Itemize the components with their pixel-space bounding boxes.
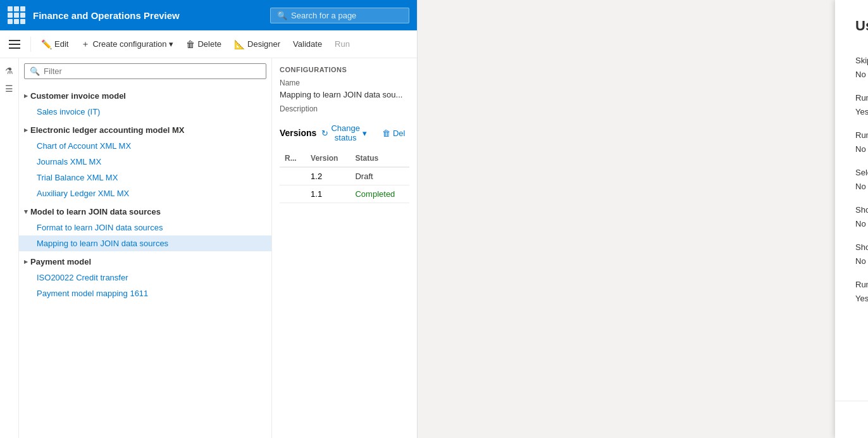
validate-button[interactable]: Validate: [288, 37, 327, 51]
user-parameters-dialog: User parameters Skip validation at confi…: [835, 0, 868, 438]
tree-panel: 🔍 ▸ Customer invoice model Sales invoice…: [19, 58, 272, 438]
table-row[interactable]: 1.1 Completed: [280, 185, 409, 203]
sidebar-filter-icon[interactable]: ⚗: [2, 63, 17, 78]
tree-child-sales-invoice-it[interactable]: Sales invoice (IT): [19, 104, 271, 120]
tree-child-mapping-join[interactable]: Mapping to learn JOIN data sources: [19, 235, 271, 251]
param-model-mapping: Run model mapping instead of format No: [855, 124, 868, 161]
chevron-icon: ▸: [24, 92, 28, 100]
tree-parent-payment-model[interactable]: ▸ Payment model: [19, 254, 271, 270]
chevron-icon: ▸: [24, 258, 28, 266]
plus-icon: ＋: [81, 39, 90, 50]
chevron-icon: ▾: [24, 208, 28, 216]
run-button[interactable]: Run: [330, 37, 355, 51]
chevron-down-icon: ▾: [363, 128, 367, 138]
dialog-footer: OK Cancel: [835, 401, 868, 438]
tree-child-payment-model-mapping[interactable]: Payment model mapping 1611: [19, 285, 271, 301]
dialog-title: User parameters: [855, 18, 868, 34]
name-value: Mapping to learn JOIN data sou...: [280, 90, 409, 99]
param-run-settings: Run settings Yes: [855, 273, 868, 311]
tree-child-trial-balance-xml-mx[interactable]: Trial Balance XML MX: [19, 170, 271, 185]
app-grid-icon[interactable]: [8, 6, 25, 24]
filter-box[interactable]: 🔍: [24, 63, 266, 79]
search-icon: 🔍: [277, 11, 287, 20]
table-row[interactable]: 1.2 Draft: [280, 167, 409, 185]
change-status-button[interactable]: ↻ Change status ▾: [316, 121, 372, 145]
delete-icon: 🗑: [186, 39, 195, 49]
delete-version-button[interactable]: 🗑 Del: [377, 121, 411, 145]
chevron-icon: ▸: [24, 126, 28, 134]
params-left-col: Skip validation at configuration's stat.…: [855, 49, 868, 311]
params-grid: Skip validation at configuration's stat.…: [855, 49, 868, 311]
tree-group-electronic-ledger: ▸ Electronic ledger accounting model MX …: [19, 121, 271, 203]
param-file-gen-time: Show file generation time No: [855, 199, 868, 236]
filter-icon: 🔍: [30, 66, 40, 76]
create-configuration-button[interactable]: ＋ Create configuration ▾: [76, 36, 178, 53]
tree-child-iso20022-credit[interactable]: ISO20022 Credit transfer: [19, 270, 271, 285]
tree-group-payment-model: ▸ Payment model ISO20022 Credit transfer…: [19, 253, 271, 303]
sidebar: ⚗ ☰: [0, 58, 19, 438]
description-label: Description: [280, 104, 409, 113]
tree-group-model-join: ▾ Model to learn JOIN data sources Forma…: [19, 203, 271, 253]
main-panel: CONFIGURATIONS Name Mapping to learn JOI…: [272, 58, 417, 438]
versions-actions: ↻ Change status ▾ 🗑 Del: [316, 121, 410, 145]
param-used-fields: Select used fields only (Experimental ..…: [855, 161, 868, 199]
filter-input[interactable]: [44, 66, 261, 76]
versions-title: Versions: [280, 128, 316, 138]
tree-list: ▸ Customer invoice model Sales invoice (…: [19, 84, 271, 438]
tree-parent-label: Customer invoice model: [30, 91, 126, 101]
dialog-body: User parameters Skip validation at confi…: [835, 0, 868, 401]
sidebar-list-icon[interactable]: ☰: [2, 81, 17, 96]
tree-child-journals-xml-mx[interactable]: Journals XML MX: [19, 154, 271, 170]
designer-icon: 📐: [234, 39, 245, 49]
content-area: ⚗ ☰ 🔍 ▸ Customer invoice model Sales inv…: [0, 58, 417, 438]
toolbar: ✏️ Edit ＋ Create configuration ▾ 🗑 Delet…: [0, 30, 417, 58]
name-label: Name: [280, 78, 409, 87]
search-placeholder: Search for a page: [291, 11, 356, 20]
tree-child-auxiliary-ledger-xml-mx[interactable]: Auxiliary Ledger XML MX: [19, 185, 271, 201]
tree-parent-customer-invoice[interactable]: ▸ Customer invoice model: [19, 88, 271, 104]
top-bar: Finance and Operations Preview 🔍 Search …: [0, 0, 417, 30]
versions-header: Versions ↻ Change status ▾ 🗑 Del: [280, 121, 409, 145]
tree-parent-label: Payment model: [30, 257, 91, 266]
tree-parent-label: Electronic ledger accounting model MX: [30, 125, 184, 135]
col-status: Status: [350, 150, 409, 167]
search-box[interactable]: 🔍 Search for a page: [270, 8, 409, 23]
change-status-icon: ↻: [321, 128, 328, 138]
param-debug-mode: Run in debug mode Yes: [855, 87, 868, 124]
param-partial-import: Show partial import/export No: [855, 236, 868, 273]
left-panel: Finance and Operations Preview 🔍 Search …: [0, 0, 418, 438]
delete-icon: 🗑: [382, 128, 390, 138]
app-title: Finance and Operations Preview: [33, 10, 263, 21]
designer-button[interactable]: 📐 Designer: [229, 37, 285, 52]
col-r: R...: [280, 150, 306, 167]
col-version: Version: [306, 150, 350, 167]
param-skip-validation: Skip validation at configuration's stat.…: [855, 49, 868, 87]
tree-group-customer-invoice: ▸ Customer invoice model Sales invoice (…: [19, 87, 271, 121]
configurations-label: CONFIGURATIONS: [280, 66, 409, 73]
tree-child-chart-xml-mx[interactable]: Chart of Account XML MX: [19, 138, 271, 154]
edit-icon: ✏️: [41, 39, 52, 49]
delete-button[interactable]: 🗑 Delete: [181, 37, 226, 52]
dropdown-arrow-icon: ▾: [169, 39, 173, 49]
tree-parent-electronic-ledger[interactable]: ▸ Electronic ledger accounting model MX: [19, 122, 271, 138]
versions-table: R... Version Status 1.2 Draft 1.1 Comple: [280, 150, 409, 203]
tree-parent-label: Model to learn JOIN data sources: [30, 207, 161, 216]
tree-child-format-join[interactable]: Format to learn JOIN data sources: [19, 220, 271, 235]
toolbar-separator: [30, 37, 31, 52]
edit-button[interactable]: ✏️ Edit: [36, 37, 73, 52]
hamburger-button[interactable]: [5, 34, 25, 54]
tree-parent-model-join[interactable]: ▾ Model to learn JOIN data sources: [19, 204, 271, 220]
